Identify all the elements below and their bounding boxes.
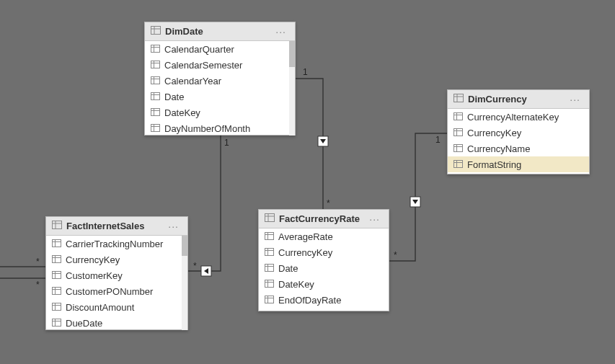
field-row[interactable]: Date <box>145 89 295 105</box>
field-name: DateKey <box>164 107 200 118</box>
svg-rect-23 <box>53 221 62 229</box>
table-title: DimCurrency <box>468 94 567 105</box>
table-factinternetsales[interactable]: FactInternetSales ··· CarrierTrackingNum… <box>45 216 188 330</box>
table-icon <box>151 26 161 37</box>
field-row[interactable]: CarrierTrackingNumber <box>46 236 187 252</box>
table-icon <box>265 213 275 224</box>
cardinality-many: * <box>394 250 397 260</box>
scrollbar[interactable] <box>182 236 187 330</box>
column-icon <box>52 318 61 329</box>
table-icon <box>453 94 464 105</box>
field-row[interactable]: CalendarQuarter <box>145 41 295 57</box>
field-row[interactable]: DiscountAmount <box>46 299 187 315</box>
column-icon <box>265 231 274 242</box>
field-name: CurrencyKey <box>467 128 521 138</box>
cardinality-many: * <box>36 257 40 267</box>
column-icon <box>151 76 160 86</box>
scrollbar-thumb[interactable] <box>182 236 187 256</box>
field-name: DayNumberOfMonth <box>164 123 250 134</box>
field-row[interactable]: FormatString <box>448 156 589 172</box>
cardinality-one: 1 <box>224 138 229 148</box>
column-icon <box>265 279 274 290</box>
field-row[interactable]: AverageRate <box>259 228 389 244</box>
table-icon <box>52 221 62 231</box>
svg-rect-29 <box>53 255 61 262</box>
svg-rect-68 <box>454 128 463 136</box>
svg-rect-59 <box>265 296 274 303</box>
cardinality-one: 1 <box>303 67 308 77</box>
more-options-icon[interactable]: ··· <box>273 26 289 37</box>
svg-rect-62 <box>454 94 464 102</box>
field-name: CalendarYear <box>164 76 221 86</box>
table-header[interactable]: FactInternetSales ··· <box>46 217 187 236</box>
column-icon <box>265 263 274 274</box>
field-row[interactable]: CustomerKey <box>46 267 187 283</box>
cardinality-many: * <box>193 261 197 271</box>
column-icon <box>151 44 160 55</box>
table-dimdate[interactable]: DimDate ··· CalendarQuarterCalendarSemes… <box>144 22 296 136</box>
svg-rect-53 <box>265 264 274 271</box>
svg-rect-44 <box>265 214 275 222</box>
column-icon <box>52 302 61 313</box>
svg-rect-65 <box>454 112 463 120</box>
table-title: FactInternetSales <box>66 221 165 231</box>
field-row[interactable]: DayNumberOfMonth <box>145 120 295 136</box>
table-title: DimDate <box>165 26 273 37</box>
field-row[interactable]: Date <box>259 260 389 276</box>
field-row[interactable]: CurrencyKey <box>448 125 589 141</box>
column-icon <box>265 295 274 306</box>
field-row[interactable]: CalendarYear <box>145 73 295 89</box>
field-name: AverageRate <box>278 231 333 242</box>
svg-rect-38 <box>53 303 61 310</box>
table-header[interactable]: FactCurrencyRate ··· <box>259 210 389 228</box>
more-options-icon[interactable]: ··· <box>366 213 383 225</box>
svg-rect-11 <box>151 76 160 84</box>
filter-direction-arrow <box>410 197 420 207</box>
field-row[interactable]: CurrencyKey <box>259 244 389 260</box>
svg-rect-14 <box>151 92 160 99</box>
field-name: DateKey <box>278 279 314 290</box>
scrollbar[interactable] <box>289 41 295 136</box>
filter-direction-arrow <box>201 266 211 276</box>
table-factcurrencyrate[interactable]: FactCurrencyRate ··· AverageRateCurrency… <box>258 209 389 311</box>
svg-rect-71 <box>454 144 463 151</box>
table-header[interactable]: DimDate ··· <box>145 22 295 41</box>
svg-rect-32 <box>53 271 61 278</box>
column-icon <box>453 112 463 123</box>
svg-rect-26 <box>53 239 61 247</box>
field-row[interactable]: CurrencyAlternateKey <box>448 109 589 125</box>
more-options-icon[interactable]: ··· <box>165 221 182 232</box>
svg-rect-8 <box>151 61 160 68</box>
column-icon <box>52 286 61 297</box>
field-name: CurrencyKey <box>278 247 332 258</box>
column-icon <box>453 128 463 138</box>
field-row[interactable]: CustomerPONumber <box>46 283 187 299</box>
svg-rect-5 <box>151 45 160 52</box>
svg-rect-74 <box>454 160 463 167</box>
more-options-icon[interactable]: ··· <box>567 94 583 105</box>
svg-rect-2 <box>151 27 161 35</box>
field-name: CalendarQuarter <box>164 44 234 55</box>
field-row[interactable]: DueDate <box>46 315 187 330</box>
table-dimcurrency[interactable]: DimCurrency ··· CurrencyAlternateKeyCurr… <box>447 89 590 174</box>
field-name: CustomerPONumber <box>66 286 153 297</box>
field-row[interactable]: EndOfDayRate <box>259 292 389 308</box>
field-row[interactable]: DateKey <box>259 276 389 292</box>
field-name: Date <box>164 92 184 102</box>
svg-rect-56 <box>265 280 274 287</box>
field-row[interactable]: CurrencyName <box>448 141 589 156</box>
cardinality-many: * <box>36 280 40 290</box>
cardinality-many: * <box>327 198 330 208</box>
field-name: EndOfDayRate <box>278 295 341 306</box>
field-row[interactable]: CalendarSemester <box>145 57 295 73</box>
scrollbar-thumb[interactable] <box>289 41 295 67</box>
table-title: FactCurrencyRate <box>279 213 366 224</box>
field-name: CurrencyKey <box>66 254 120 265</box>
table-header[interactable]: DimCurrency ··· <box>448 90 589 109</box>
field-name: CalendarSemester <box>164 60 242 71</box>
column-icon <box>52 239 61 249</box>
svg-rect-41 <box>53 319 61 326</box>
svg-rect-35 <box>53 287 61 294</box>
field-row[interactable]: CurrencyKey <box>46 252 187 267</box>
field-row[interactable]: DateKey <box>145 105 295 120</box>
